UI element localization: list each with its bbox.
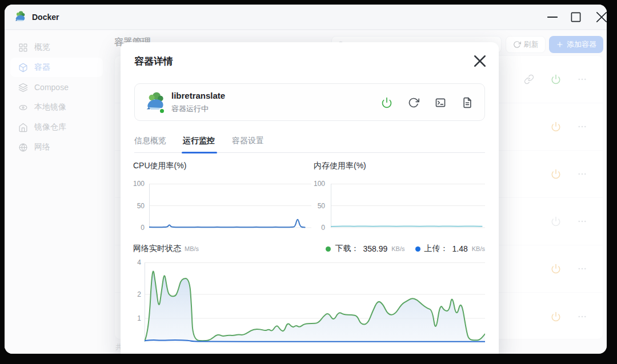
memory-usage-chart	[331, 184, 485, 228]
y-tick-label: 50	[137, 202, 145, 210]
container-status: 容器运行中	[171, 104, 209, 114]
legend-upload: 上传： 1.48 KB/s	[415, 244, 485, 254]
titlebar: Docker	[5, 5, 607, 30]
minimize-button[interactable]	[544, 9, 561, 25]
restart-button[interactable]	[408, 97, 419, 108]
download-label: 下载：	[335, 244, 359, 254]
status-dot	[159, 108, 165, 114]
y-tick-label: 1	[137, 314, 141, 322]
power-button[interactable]	[381, 97, 392, 108]
cpu-chart-title: CPU使用率(%)	[133, 161, 186, 171]
maximize-button[interactable]	[567, 9, 584, 25]
download-dot-icon	[326, 246, 331, 252]
cpu-y-axis: 100500	[125, 184, 145, 228]
upload-dot-icon	[415, 246, 420, 252]
upload-label: 上传：	[424, 244, 448, 254]
y-tick-label: 4	[137, 258, 141, 266]
logs-button[interactable]	[462, 97, 473, 108]
cpu-usage-chart	[149, 184, 311, 228]
container-actions	[381, 84, 473, 122]
memory-y-axis: 100500	[306, 184, 325, 228]
app-window: 容器管理 刷新 添加容器 共 13 项 概览容器Compose本地镜像镜像仓库网…	[5, 5, 607, 354]
tab-settings[interactable]: 容器设置	[232, 136, 264, 146]
y-tick-label: 0	[321, 224, 325, 232]
close-window-button[interactable]	[593, 9, 607, 25]
memory-chart-title: 内存使用率(%)	[314, 161, 366, 171]
upload-unit: KB/s	[472, 245, 485, 252]
terminal-button[interactable]	[435, 97, 446, 108]
network-section-header: 网络实时状态MB/s 下载： 358.99 KB/s 上传： 1.48 KB/s	[133, 243, 485, 256]
modal-title: 容器详情	[134, 55, 173, 68]
container-detail-modal: 容器详情 libretranslate 容器运行中 信息概览运行监控容器设置 C…	[121, 42, 499, 354]
docker-logo-icon	[14, 10, 27, 24]
y-tick-label: 50	[318, 202, 325, 210]
download-value: 358.99	[363, 244, 387, 253]
legend-download: 下载： 358.99 KB/s	[326, 244, 404, 254]
container-name: libretranslate	[171, 91, 225, 100]
container-summary-card: libretranslate 容器运行中	[134, 83, 485, 121]
network-traffic-chart	[145, 262, 485, 345]
y-tick-label: 100	[314, 180, 325, 188]
y-tick-label: 100	[133, 180, 145, 188]
tab-monitor[interactable]: 运行监控	[183, 136, 215, 146]
y-tick-label: 2	[137, 290, 141, 298]
network-legend: 下载： 358.99 KB/s 上传： 1.48 KB/s	[326, 244, 485, 254]
close-icon[interactable]	[471, 52, 488, 70]
tab-bar: 信息概览运行监控容器设置	[134, 134, 485, 153]
y-tick-label: 0	[141, 224, 145, 232]
network-chart-unit: MB/s	[185, 245, 199, 252]
tab-info[interactable]: 信息概览	[134, 136, 166, 146]
network-y-axis: 421	[124, 262, 141, 345]
upload-value: 1.48	[452, 244, 468, 253]
app-title: Docker	[32, 13, 59, 22]
download-unit: KB/s	[391, 245, 404, 252]
active-tab-underline	[182, 152, 217, 153]
network-chart-title: 网络实时状态	[133, 244, 181, 253]
